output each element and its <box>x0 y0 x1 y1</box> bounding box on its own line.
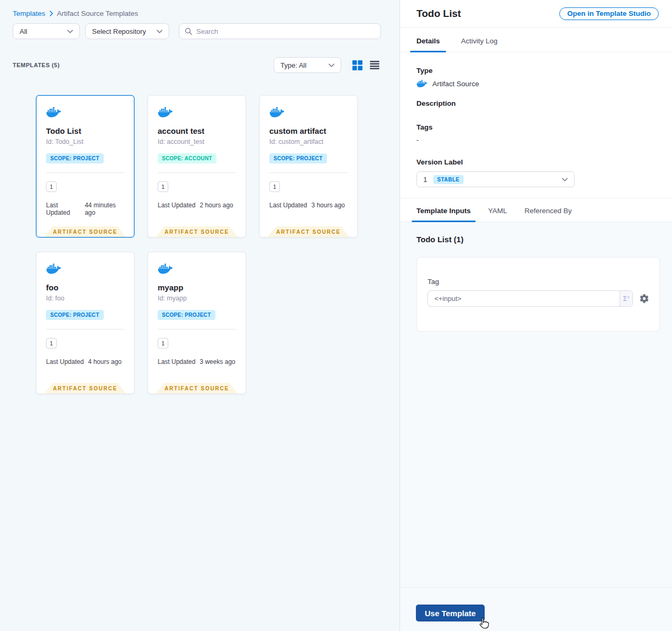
tab-activity-log[interactable]: Activity Log <box>455 37 504 52</box>
last-updated-value: 4 hours ago <box>88 358 121 365</box>
card-divider <box>46 172 124 173</box>
view-toggle <box>352 60 380 70</box>
artifact-source-ribbon: ARTIFACT SOURCE <box>44 226 126 237</box>
artifact-source-ribbon: ARTIFACT SOURCE <box>156 226 238 237</box>
last-updated-label: Last Updated <box>46 358 84 365</box>
tab-details[interactable]: Details <box>410 37 446 52</box>
version-chip: 1 <box>46 181 57 192</box>
list-view-icon[interactable] <box>369 60 380 70</box>
template-id: Id: custom_artifact <box>269 138 348 145</box>
docker-icon <box>46 106 61 118</box>
chevron-down-icon <box>157 30 162 33</box>
chevron-down-icon <box>67 30 73 33</box>
artifact-source-ribbon: ARTIFACT SOURCE <box>156 383 238 394</box>
inputs-section-heading: Todo List (1) <box>416 235 659 244</box>
docker-icon <box>158 106 173 118</box>
scope-filter-dropdown[interactable]: All <box>13 23 80 39</box>
template-id: Id: account_test <box>158 138 236 145</box>
use-template-button[interactable]: Use Template <box>416 605 485 621</box>
scope-badge: SCOPE: PROJECT <box>46 310 104 320</box>
open-in-template-studio-button[interactable]: Open in Template Studio <box>559 7 659 20</box>
version-chip: 1 <box>158 338 168 349</box>
tab-template-inputs[interactable]: Template Inputs <box>412 207 476 222</box>
last-updated-label: Last Updated <box>158 202 195 209</box>
breadcrumb-templates-link[interactable]: Templates <box>13 10 46 17</box>
type-value: Artifact Source <box>432 80 479 88</box>
last-updated-value: 3 hours ago <box>311 202 344 209</box>
repository-filter-value: Select Repository <box>92 28 146 35</box>
type-label: Type <box>416 67 656 75</box>
template-card-foo[interactable]: foo Id: foo SCOPE: PROJECT 1 Last Update… <box>36 252 134 394</box>
search-box[interactable] <box>179 23 381 39</box>
artifact-source-ribbon: ARTIFACT SOURCE <box>268 226 349 237</box>
template-card-todo-list[interactable]: Todo List Id: Todo_List SCOPE: PROJECT 1… <box>36 95 134 237</box>
last-updated: Last Updated 2 hours ago <box>158 202 236 209</box>
search-icon <box>185 28 192 35</box>
gear-icon[interactable] <box>640 294 649 303</box>
breadcrumb: Templates Artifact Source Templates <box>13 10 138 17</box>
details-content: Type Artifact Source Description Tags - … <box>400 52 672 198</box>
expression-sigma-icon[interactable]: Σ <box>620 291 632 306</box>
card-divider <box>158 172 236 173</box>
breadcrumb-current: Artifact Source Templates <box>57 10 139 17</box>
last-updated: Last Updated 3 weeks ago <box>158 358 236 365</box>
tags-value: - <box>416 136 656 144</box>
tag-input-row: Σ <box>428 290 649 307</box>
tag-input[interactable] <box>428 291 620 306</box>
template-card-myapp[interactable]: myapp Id: myapp SCOPE: PROJECT 1 Last Up… <box>148 252 246 394</box>
type-filter-dropdown[interactable]: Type: All <box>274 57 341 73</box>
template-title: foo <box>46 283 124 292</box>
page-title: Todo List <box>416 8 461 20</box>
template-title: custom artifact <box>269 126 348 135</box>
tag-label: Tag <box>428 278 649 286</box>
tag-input-group: Σ <box>428 290 633 307</box>
inputs-tabs: Template Inputs YAML Referenced By <box>400 198 672 222</box>
template-id: Id: foo <box>46 295 124 302</box>
last-updated: Last Updated 44 minutes ago <box>46 202 124 216</box>
list-header: TEMPLATES (5) Type: All <box>13 57 380 73</box>
grid-view-icon[interactable] <box>352 60 362 70</box>
template-card-account-test[interactable]: account test Id: account_test SCOPE: ACC… <box>148 95 246 237</box>
card-divider <box>269 172 348 173</box>
details-tabs: Details Activity Log <box>400 28 672 52</box>
card-divider <box>46 329 124 330</box>
repository-filter-dropdown[interactable]: Select Repository <box>85 23 169 39</box>
filters-row: All Select Repository <box>13 23 381 39</box>
scope-badge: SCOPE: ACCOUNT <box>158 153 216 163</box>
artifact-source-ribbon: ARTIFACT SOURCE <box>44 383 126 394</box>
last-updated-label: Last Updated <box>158 358 195 365</box>
template-title: myapp <box>158 283 236 292</box>
version-chip: 1 <box>46 338 57 349</box>
version-label: Version Label <box>416 158 656 166</box>
docker-icon <box>269 106 285 118</box>
stable-badge: STABLE <box>433 175 463 184</box>
last-updated-label: Last Updated <box>46 202 80 216</box>
template-card-custom-artifact[interactable]: custom artifact Id: custom_artifact SCOP… <box>259 95 358 237</box>
tags-label: Tags <box>416 123 656 131</box>
version-chip: 1 <box>269 181 280 192</box>
chevron-down-icon <box>329 63 334 67</box>
tab-referenced-by[interactable]: Referenced By <box>520 207 576 222</box>
template-title: Todo List <box>46 126 124 135</box>
tab-yaml[interactable]: YAML <box>484 207 512 222</box>
scope-badge: SCOPE: PROJECT <box>158 310 215 320</box>
template-details-panel: Todo List Open in Template Studio Detail… <box>399 0 672 631</box>
details-footer: Use Template <box>400 587 672 631</box>
chevron-down-icon <box>562 178 568 181</box>
scope-filter-value: All <box>20 28 27 35</box>
last-updated-value: 2 hours ago <box>199 202 233 209</box>
description-label: Description <box>416 99 656 107</box>
template-inputs-section: Todo List (1) Tag Σ <box>400 222 672 587</box>
scope-badge: SCOPE: PROJECT <box>269 153 327 163</box>
search-input[interactable] <box>196 28 375 35</box>
scope-badge: SCOPE: PROJECT <box>46 153 104 163</box>
templates-panel: Templates Artifact Source Templates All … <box>0 0 399 631</box>
version-dropdown[interactable]: 1 STABLE <box>416 171 575 187</box>
breadcrumb-chevron-icon <box>49 11 53 16</box>
template-id: Id: myapp <box>158 295 236 302</box>
app-screen: Templates Artifact Source Templates All … <box>0 0 672 631</box>
last-updated-value: 3 weeks ago <box>199 358 235 365</box>
card-divider <box>158 329 236 330</box>
version-chip: 1 <box>158 181 168 192</box>
type-filter-value: Type: All <box>280 61 306 69</box>
